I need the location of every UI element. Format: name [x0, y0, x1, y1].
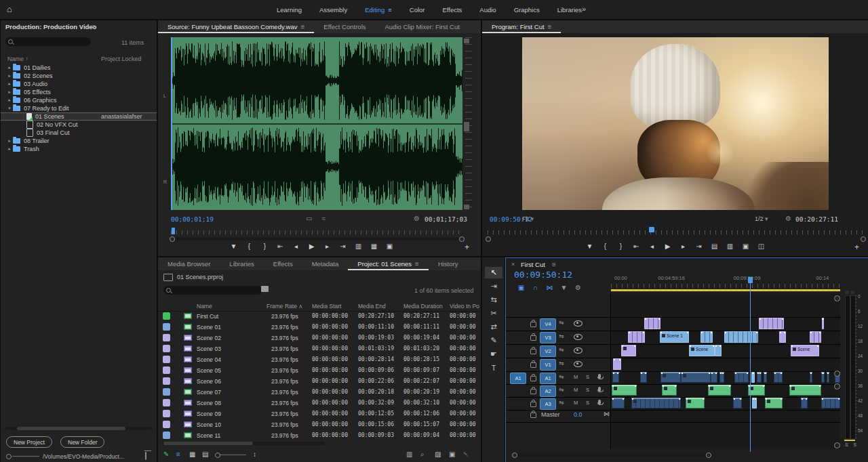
- timeline-vscroll-handle[interactable]: [834, 295, 840, 301]
- play-stop-button[interactable]: ▶: [660, 243, 675, 250]
- tree-item-02-scenes[interactable]: ▸02 Scenes: [1, 72, 157, 80]
- track-lock-icon[interactable]: [530, 389, 536, 394]
- label-color-chip[interactable]: [163, 377, 170, 385]
- tree-item-02-no-vfx-cut[interactable]: 02 No VFX Cut: [1, 121, 157, 129]
- type-tool[interactable]: T: [485, 362, 502, 373]
- tree-item-08-trailer[interactable]: ▸08 Trailer: [1, 137, 157, 145]
- program-zoombar-left-handle[interactable]: [486, 236, 491, 242]
- waveform-scroll-handle-top[interactable]: [464, 39, 469, 43]
- timeline-clip[interactable]: [613, 358, 621, 370]
- workspace-tab-graphics[interactable]: Graphics: [514, 6, 540, 14]
- timeline-clip[interactable]: [734, 372, 749, 383]
- new-project-button[interactable]: New Project: [6, 436, 52, 448]
- timeline-settings-wrench-icon[interactable]: ⚙: [571, 284, 585, 291]
- table-row-scene-06[interactable]: Scene 0623.976 fps00:00:00:0000:00:22:06…: [158, 376, 481, 386]
- source-zoombar[interactable]: [176, 237, 459, 240]
- track-lock-icon[interactable]: [530, 335, 536, 341]
- table-row-scene-10[interactable]: Scene 1023.976 fps00:00:00:0000:00:15:06…: [158, 419, 481, 429]
- track-v2-button[interactable]: V2: [540, 345, 556, 357]
- label-color-chip[interactable]: [163, 323, 170, 331]
- slip-tool[interactable]: ⇄: [485, 321, 502, 333]
- timeline-clip[interactable]: [621, 345, 636, 356]
- mark-out-button[interactable]: }: [257, 243, 273, 250]
- go-to-out-button[interactable]: ⇥: [335, 243, 351, 250]
- timeline-clip[interactable]: [752, 398, 757, 408]
- chevron-icon[interactable]: ▸: [6, 73, 13, 79]
- list-view-button[interactable]: ≡: [176, 450, 180, 458]
- tab-metadata[interactable]: Metadata: [302, 257, 349, 270]
- timeline-vscroll-handle[interactable]: [834, 442, 840, 448]
- timeline-clip[interactable]: [644, 318, 660, 329]
- project-search-input[interactable]: [5, 37, 91, 46]
- add-marker-button[interactable]: ▼: [582, 243, 597, 250]
- program-button-editor-plus[interactable]: +: [854, 243, 859, 252]
- tree-item-05-effects[interactable]: ▸05 Effects: [1, 88, 157, 96]
- timeline-hscroll-right-handle[interactable]: [706, 453, 711, 458]
- chevron-icon[interactable]: ▸: [6, 89, 13, 95]
- toggle-track-output-icon[interactable]: [574, 334, 583, 340]
- track-a3-button[interactable]: A3: [540, 398, 556, 410]
- workspace-tab-color[interactable]: Color: [410, 6, 425, 14]
- tab-media-browser[interactable]: Media Browser: [158, 257, 220, 270]
- export-frame-button[interactable]: ▣: [382, 243, 397, 250]
- panel-menu-icon[interactable]: ≡: [548, 23, 552, 30]
- insert-button[interactable]: ▥: [351, 243, 366, 250]
- freeform-view-button[interactable]: ▤: [202, 450, 208, 458]
- sync-lock-icon[interactable]: ⇋: [559, 333, 564, 339]
- play-stop-button[interactable]: ▶: [304, 243, 319, 250]
- timeline-tab[interactable]: First Cut: [521, 261, 545, 268]
- lift-button[interactable]: ▤: [707, 243, 722, 250]
- label-color-chip[interactable]: [163, 421, 170, 428]
- column-header-project-locked[interactable]: Project Locked: [101, 56, 142, 62]
- tree-item-01-scenes[interactable]: 01 Scenesanastasialafser: [1, 112, 157, 121]
- new-item-button[interactable]: ▣: [449, 450, 455, 458]
- timeline-clip[interactable]: [774, 372, 783, 383]
- timeline-clip[interactable]: [765, 398, 783, 408]
- razor-tool[interactable]: ✂: [485, 308, 502, 319]
- label-color-chip[interactable]: [163, 345, 170, 352]
- solo-track-button[interactable]: S: [586, 374, 589, 380]
- track-v4-button[interactable]: V4: [540, 318, 556, 330]
- bin-zoom-slider-track[interactable]: [218, 455, 246, 455]
- tree-item-01-dailies[interactable]: ▸01 Dailies: [1, 64, 157, 72]
- automate-to-sequence-button[interactable]: ▥: [406, 450, 412, 458]
- timeline-clip[interactable]: [612, 398, 625, 408]
- timeline-clip[interactable]: [751, 372, 755, 383]
- source-button-editor-plus[interactable]: +: [465, 243, 469, 252]
- meter-solo-buttons[interactable]: S S: [845, 442, 859, 447]
- chevron-icon[interactable]: ▸: [6, 65, 13, 70]
- project-hscrollbar[interactable]: [5, 427, 153, 430]
- panel-menu-icon[interactable]: ≡: [415, 260, 419, 268]
- label-color-chip[interactable]: [163, 399, 170, 406]
- timeline-clip[interactable]: [631, 398, 681, 408]
- source-patch-a1[interactable]: A1: [510, 373, 526, 384]
- track-v1-button[interactable]: V1: [540, 359, 556, 371]
- table-row-scene-01[interactable]: Scene 0123.976 fps00:00:00:0000:00:11:10…: [158, 322, 481, 332]
- solo-track-button[interactable]: S: [586, 400, 589, 406]
- program-playhead[interactable]: [649, 227, 654, 232]
- timeline-clip[interactable]: [612, 385, 637, 396]
- mute-track-button[interactable]: M: [574, 400, 578, 406]
- track-lock-icon[interactable]: [530, 362, 536, 368]
- tab-effects[interactable]: Effects: [264, 257, 302, 270]
- track-lock-icon[interactable]: [530, 402, 536, 407]
- track-lock-icon[interactable]: [530, 413, 536, 418]
- timeline-hscrollbar[interactable]: [517, 453, 706, 457]
- timeline-hscroll-left-handle[interactable]: [512, 453, 517, 458]
- timeline-clip[interactable]: [759, 318, 784, 329]
- track-v3-button[interactable]: V3: [540, 332, 556, 343]
- tab-program[interactable]: Program: First Cut≡: [482, 20, 561, 33]
- mark-in-button[interactable]: {: [597, 243, 613, 250]
- column-header-media-end[interactable]: Media End: [358, 303, 386, 310]
- drag-video-only-icon[interactable]: ▭: [306, 215, 312, 222]
- table-row-scene-04[interactable]: Scene 0423.976 fps00:00:00:0000:00:28:14…: [158, 354, 481, 364]
- icon-view-button[interactable]: ▦: [189, 450, 195, 458]
- go-to-in-button[interactable]: ⇤: [273, 243, 288, 250]
- timeline-clip[interactable]: [640, 372, 647, 383]
- close-icon[interactable]: ×: [511, 261, 515, 268]
- mark-in-button[interactable]: {: [241, 243, 257, 250]
- mute-track-button[interactable]: M: [574, 374, 578, 380]
- label-color-chip[interactable]: [163, 388, 170, 396]
- step-forward-button[interactable]: ▸: [675, 243, 691, 250]
- timeline-current-timecode[interactable]: 00:09:50:12: [514, 270, 572, 280]
